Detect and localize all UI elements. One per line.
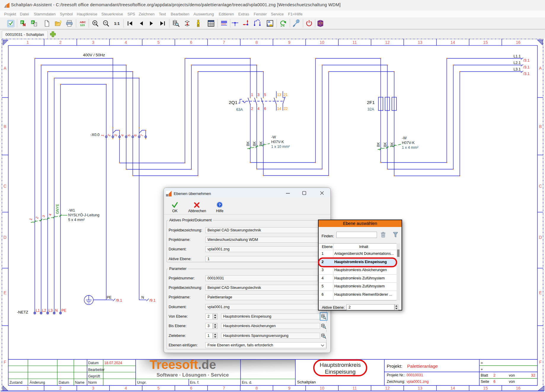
svg-text:14: 14 bbox=[277, 107, 281, 111]
svg-text:14: 14 bbox=[450, 40, 455, 45]
svg-text:PE: PE bbox=[107, 295, 112, 300]
svg-text:1: 1 bbox=[27, 40, 29, 45]
svg-text:5: 5 bbox=[264, 93, 266, 97]
svg-text:von: von bbox=[509, 373, 515, 377]
svg-text:16: 16 bbox=[516, 386, 521, 391]
svg-text:Einspeisung: Einspeisung bbox=[325, 369, 356, 375]
svg-text:D: D bbox=[539, 235, 542, 240]
svg-text:8: 8 bbox=[255, 386, 258, 391]
svg-text:von: von bbox=[509, 380, 515, 384]
svg-text:8: 8 bbox=[255, 40, 258, 45]
svg-text:6: 6 bbox=[190, 40, 192, 45]
svg-text:15: 15 bbox=[483, 40, 488, 45]
svg-text:18.07.2024: 18.07.2024 bbox=[104, 361, 122, 365]
svg-text:3: 3 bbox=[92, 40, 94, 45]
svg-text:vpla0001.zng: vpla0001.zng bbox=[407, 380, 429, 384]
svg-text:Datum: Datum bbox=[88, 361, 99, 365]
svg-text:11: 11 bbox=[353, 386, 357, 391]
svg-text:4: 4 bbox=[258, 107, 260, 111]
svg-text:=: = bbox=[481, 361, 483, 365]
svg-text:6: 6 bbox=[264, 107, 266, 111]
svg-text:NYSLYÖ-J-Leitung: NYSLYÖ-J-Leitung bbox=[68, 213, 99, 217]
svg-text:/9.1: /9.1 bbox=[116, 298, 122, 303]
svg-text:L3: L3 bbox=[49, 308, 53, 313]
svg-text:16: 16 bbox=[516, 40, 521, 45]
svg-text:/3.1: /3.1 bbox=[523, 65, 530, 69]
svg-text:L3.1: L3.1 bbox=[514, 67, 521, 71]
svg-text:00010031: 00010031 bbox=[407, 373, 423, 377]
svg-text:Treesoft.de: Treesoft.de bbox=[150, 358, 216, 372]
svg-text:E: E bbox=[539, 290, 542, 295]
svg-text:4: 4 bbox=[125, 386, 127, 391]
svg-text:B: B bbox=[4, 124, 6, 129]
svg-text:+: + bbox=[481, 367, 483, 372]
svg-text:?: ? bbox=[218, 203, 221, 207]
svg-text:H07V-K: H07V-K bbox=[402, 141, 415, 145]
svg-text:14: 14 bbox=[450, 386, 455, 391]
svg-text:6: 6 bbox=[190, 386, 192, 391]
svg-text:5: 5 bbox=[157, 40, 160, 45]
svg-text:3: 3 bbox=[92, 386, 94, 391]
svg-text:BK: BK bbox=[246, 141, 250, 146]
svg-text:13: 13 bbox=[418, 40, 423, 45]
svg-text:15: 15 bbox=[483, 386, 488, 391]
svg-text:Änderung: Änderung bbox=[30, 380, 45, 385]
svg-text:A: A bbox=[539, 66, 542, 71]
svg-text:N: N bbox=[55, 308, 58, 313]
svg-text:Schaltplan: Schaltplan bbox=[297, 380, 316, 384]
svg-text:D: D bbox=[4, 235, 7, 240]
svg-text:Software · Lösungen · Service: Software · Lösungen · Service bbox=[156, 372, 229, 378]
svg-text:F: F bbox=[539, 360, 542, 364]
svg-text:2Q1: 2Q1 bbox=[229, 100, 237, 105]
svg-text:L1: L1 bbox=[36, 308, 40, 313]
svg-text:N: N bbox=[141, 295, 144, 300]
svg-text:-W1: -W1 bbox=[68, 208, 75, 212]
svg-text:A: A bbox=[4, 66, 7, 71]
svg-text:Ers. f.: Ers. f. bbox=[190, 380, 199, 385]
svg-text:Projekt Nr.:: Projekt Nr.: bbox=[387, 373, 405, 377]
svg-text:2F1: 2F1 bbox=[367, 100, 375, 105]
svg-text:Bearbeiter: Bearbeiter bbox=[88, 368, 105, 372]
svg-text:BK: BK bbox=[376, 142, 381, 147]
svg-text:1 x 4 mm²: 1 x 4 mm² bbox=[402, 145, 418, 150]
svg-text:12: 12 bbox=[385, 386, 390, 391]
svg-text:GNYE: GNYE bbox=[55, 204, 60, 214]
svg-text:-X0.0: -X0.0 bbox=[90, 132, 100, 137]
svg-text:1: 1 bbox=[251, 93, 253, 97]
svg-text:C: C bbox=[539, 184, 542, 188]
svg-text:Hauptstromkreis: Hauptstromkreis bbox=[320, 362, 361, 368]
svg-text:Datum: Datum bbox=[59, 380, 69, 385]
svg-text:Ers. d.: Ers. d. bbox=[242, 380, 252, 385]
svg-text:Blatt: Blatt bbox=[481, 373, 488, 377]
svg-text:32: 32 bbox=[531, 373, 535, 377]
svg-text:11: 11 bbox=[353, 40, 357, 45]
svg-text:/3.1: /3.1 bbox=[523, 58, 530, 63]
svg-text:5: 5 bbox=[157, 386, 160, 391]
svg-text:F: F bbox=[4, 360, 7, 364]
svg-text:Urspr.: Urspr. bbox=[137, 380, 147, 385]
svg-text:B: B bbox=[539, 124, 542, 129]
svg-text:1: 1 bbox=[27, 386, 29, 391]
svg-text:Seite: Seite bbox=[481, 380, 489, 384]
svg-text:-W: -W bbox=[271, 135, 276, 139]
svg-text:-NETZ: -NETZ bbox=[17, 310, 28, 314]
svg-text:/3.1: /3.1 bbox=[523, 72, 530, 76]
svg-text:L1.1: L1.1 bbox=[514, 54, 521, 58]
svg-text:E: E bbox=[4, 290, 6, 295]
svg-text:C: C bbox=[4, 184, 7, 188]
svg-text:Zustand: Zustand bbox=[9, 380, 22, 385]
svg-text:6: 6 bbox=[493, 380, 496, 384]
svg-text:10: 10 bbox=[320, 40, 325, 45]
svg-text:-W: -W bbox=[402, 136, 407, 140]
svg-text:Projekt:: Projekt: bbox=[387, 364, 402, 369]
svg-text:9: 9 bbox=[288, 386, 290, 391]
svg-text:32A: 32A bbox=[367, 107, 374, 111]
svg-text:Zeichnung:: Zeichnung: bbox=[387, 380, 405, 384]
svg-text:Name: Name bbox=[75, 380, 84, 385]
svg-text:L2.1: L2.1 bbox=[514, 61, 521, 65]
svg-text:4: 4 bbox=[125, 40, 127, 45]
svg-text:/9.1: /9.1 bbox=[149, 298, 156, 303]
svg-text:L2: L2 bbox=[42, 308, 46, 313]
svg-text:7: 7 bbox=[223, 386, 225, 391]
svg-text:2: 2 bbox=[59, 386, 62, 391]
